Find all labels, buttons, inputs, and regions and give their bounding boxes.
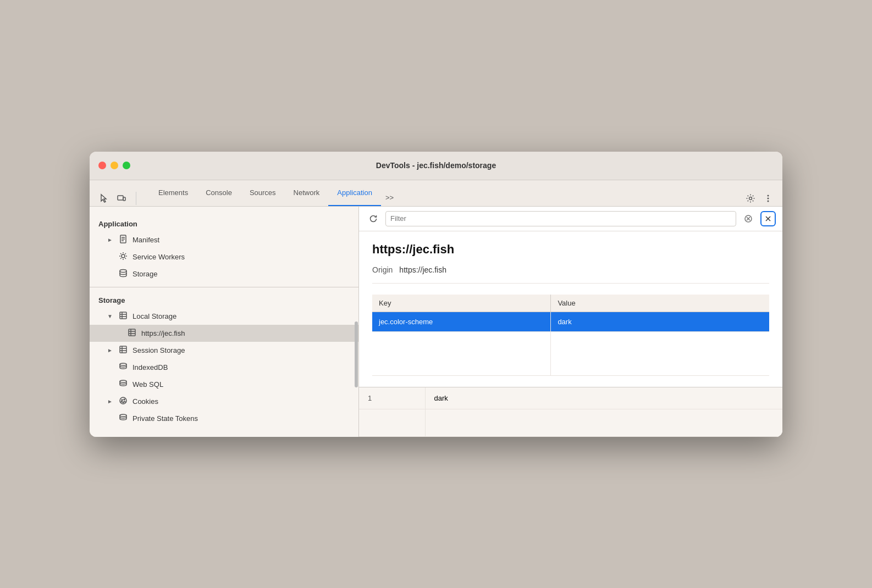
traffic-lights [98,162,130,169]
devtools-window: DevTools - jec.fish/demo/storage [90,152,782,437]
svg-rect-1 [123,197,125,201]
local-storage-label: Local Storage [133,312,176,320]
content-body: https://jec.fish Origin https://jec.fish… [359,231,782,387]
delete-icon[interactable] [760,211,776,226]
title-bar: DevTools - jec.fish/demo/storage [90,152,782,180]
bottom-row-empty [359,409,782,436]
session-storage-arrow: ► [107,347,114,353]
settings-icon[interactable] [743,191,758,206]
manifest-arrow: ► [107,237,114,243]
service-workers-icon [118,252,128,262]
more-options-icon[interactable] [760,191,776,206]
origin-label: Origin [372,265,393,274]
local-storage-arrow: ▼ [107,313,114,319]
svg-point-37 [123,402,124,403]
tabs: Elements Console Sources Network Applica… [150,180,743,206]
close-button[interactable] [98,162,106,169]
bottom-cell-value: dark [425,387,782,409]
local-storage-url-label: https://jec.fish [141,329,185,337]
table-row-empty [372,331,769,375]
session-storage-icon [118,345,128,356]
tab-console[interactable]: Console [197,180,241,206]
sidebar-item-session-storage[interactable]: ► Session Storage [90,342,358,359]
table-cell-value: dark [551,312,769,331]
svg-rect-28 [120,346,126,353]
sidebar-scrollbar-thumb [355,321,358,387]
svg-point-32 [120,363,126,365]
bottom-cell-empty [359,409,425,436]
clear-icon[interactable] [741,211,756,226]
svg-point-39 [124,401,125,402]
svg-line-16 [125,258,126,259]
table-row[interactable]: jec.color-scheme dark [372,312,769,331]
svg-point-10 [122,254,125,258]
toolbar-icons [96,191,141,206]
sidebar-item-private-state-tokens[interactable]: ► Private State Tokens [90,410,358,427]
session-storage-label: Session Storage [133,346,185,354]
origin-title: https://jec.fish [372,242,769,257]
manifest-icon [118,235,128,245]
svg-point-35 [122,400,123,401]
web-sql-label: Web SQL [133,380,163,389]
sidebar-item-storage-app[interactable]: ► Storage [90,265,358,282]
select-element-icon[interactable] [96,191,112,206]
table-cell-key: jec.color-scheme [372,312,551,331]
web-sql-icon [118,379,128,390]
devtools-container: Elements Console Sources Network Applica… [90,180,782,437]
tab-more[interactable]: >> [381,189,398,206]
local-storage-icon [118,311,128,321]
tab-application[interactable]: Application [328,180,381,206]
refresh-button[interactable] [366,211,381,226]
window-title: DevTools - jec.fish/demo/storage [376,161,496,170]
svg-rect-0 [118,196,123,200]
cookies-arrow: ► [107,398,114,404]
maximize-button[interactable] [123,162,130,169]
table-header-key: Key [372,295,551,312]
bottom-cell-empty2 [425,409,782,436]
sidebar-scrollbar[interactable] [354,207,358,437]
svg-line-18 [120,258,122,259]
tab-elements[interactable]: Elements [150,180,197,206]
svg-point-38 [121,401,122,402]
content-toolbar [359,207,782,231]
bottom-row: 1 dark [359,387,782,409]
svg-point-40 [120,414,126,417]
sidebar-item-service-workers[interactable]: ► Servi [90,248,358,265]
sidebar-item-cookies[interactable]: ► Cookies [90,393,358,410]
sidebar-section-application: Application [90,215,358,231]
device-toggle-icon[interactable] [114,191,129,206]
table-header-value: Value [551,295,769,312]
svg-point-19 [120,269,126,272]
sidebar: Application ► Manifest ► [90,207,359,437]
tab-bar-right-icons [743,191,776,206]
storage-app-icon [118,269,128,279]
table-cell-empty-key [372,331,551,375]
sidebar-item-web-sql[interactable]: ► Web SQL [90,376,358,393]
filter-input[interactable] [385,211,736,226]
svg-point-3 [768,195,769,196]
tab-network[interactable]: Network [285,180,329,206]
private-state-tokens-label: Private State Tokens [133,414,198,423]
tab-bar: Elements Console Sources Network Applica… [90,180,782,207]
tab-sources[interactable]: Sources [241,180,285,206]
bottom-cell-num: 1 [359,387,425,409]
svg-rect-24 [129,329,135,336]
sidebar-item-indexeddb[interactable]: ► IndexedDB [90,359,358,376]
sidebar-item-local-storage[interactable]: ▼ Local Storage [90,308,358,325]
cookies-label: Cookies [133,397,158,406]
indexeddb-icon [118,362,128,373]
bottom-table: 1 dark [359,387,782,437]
svg-point-4 [768,197,769,199]
sidebar-item-local-storage-url[interactable]: ► https://jec.fish [90,325,358,342]
svg-line-15 [120,253,122,254]
service-workers-label: Service Workers [133,253,185,261]
main-area: Application ► Manifest ► [90,207,782,437]
storage-table: Key Value jec.color-scheme dark [372,295,769,376]
svg-line-17 [125,253,126,254]
svg-point-33 [120,380,126,382]
minimize-button[interactable] [111,162,118,169]
table-cell-empty-value [551,331,769,375]
svg-point-36 [124,399,125,400]
sidebar-item-manifest[interactable]: ► Manifest [90,231,358,248]
toolbar-divider [136,192,136,205]
